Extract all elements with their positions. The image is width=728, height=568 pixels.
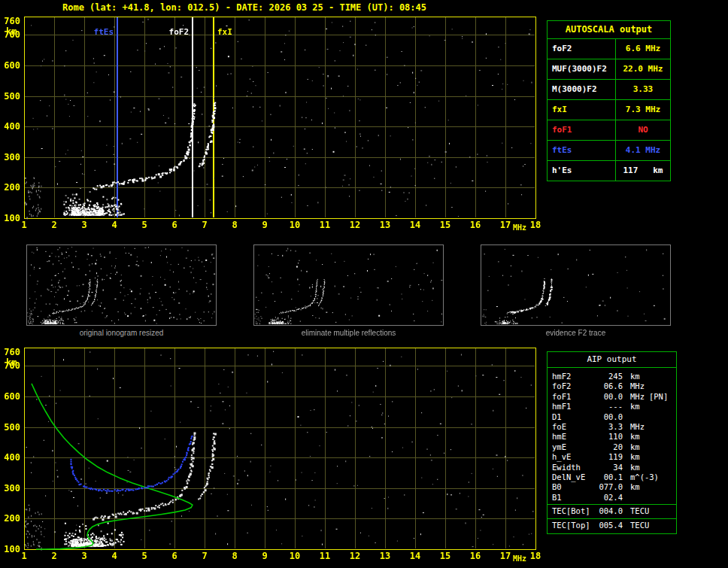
- aip-cell-l: DelN_vE: [552, 472, 594, 482]
- aip-cell-u: km: [623, 463, 640, 472]
- aip-row-TEC[Top]: TEC[Top]005.4TECU: [548, 518, 676, 530]
- aip-row-hmF1: hmF1---km: [548, 402, 676, 412]
- autoscala-row-label: foF2: [548, 39, 616, 59]
- autoscala-row-label: MUF(3000)F2: [548, 59, 616, 79]
- aip-row-B1: B102.4: [548, 493, 676, 503]
- aip-cell-v: 34: [594, 463, 623, 472]
- aip-cell-u: km: [623, 402, 640, 412]
- aip-row-foF2: foF206.6MHz: [548, 381, 676, 391]
- autoscala-row-value: NO: [616, 120, 670, 140]
- aip-cell-u: m^(-3): [623, 472, 659, 482]
- aip-cell-u: km: [623, 452, 640, 462]
- autoscala-row-value: 117 km: [616, 161, 670, 181]
- autoscala-row-value: 4.1 MHz: [616, 141, 670, 160]
- aip-cell-n: [640, 372, 645, 381]
- aip-cell-v: 20: [594, 442, 623, 452]
- aip-row-hmE: hmE110km: [548, 432, 676, 442]
- aip-cell-v: 02.4: [594, 493, 623, 503]
- autoscala-row-label: M(3000)F2: [548, 80, 616, 99]
- autoscala-row-value: 22.0 MHz: [616, 59, 670, 79]
- autoscala-row-label: fxI: [548, 100, 616, 120]
- aip-cell-n: [630, 493, 635, 503]
- aip-cell-u: km: [623, 432, 640, 442]
- autoscala-row-value: 7.3 MHz: [616, 100, 670, 120]
- autoscala-row-label: h'Es: [548, 161, 616, 181]
- aip-cell-v: 00.0: [594, 392, 623, 402]
- autoscala-row-fxI: fxI7.3 MHz: [548, 100, 670, 120]
- aip-cell-l: B1: [552, 493, 594, 503]
- autoscala-table: AUTOSCALA output foF26.6 MHzMUF(3000)F22…: [547, 20, 671, 181]
- thumbnail-original-ionogram: [26, 245, 217, 326]
- aip-cell-v: 119: [594, 452, 623, 462]
- aip-cell-n: [645, 422, 649, 432]
- aip-cell-u: km: [623, 442, 640, 452]
- aip-cell-u: MHz: [623, 381, 645, 391]
- aip-cell-n: [640, 432, 645, 442]
- aip-cell-u: MHz: [623, 422, 645, 432]
- aip-header: AIP output: [548, 352, 676, 368]
- aip-cell-v: 00.1: [594, 472, 623, 482]
- aip-cell-l: foF2: [552, 381, 594, 391]
- aip-row-D1: D100.0: [548, 412, 676, 422]
- aip-row-foE: foE3.3MHz: [548, 422, 676, 432]
- aip-cell-l: D1: [552, 412, 594, 422]
- aip-row-DelN_vE: DelN_vE00.1m^(-3): [548, 472, 676, 482]
- caption-original-ionogram: original ionogram resized: [26, 329, 217, 337]
- autoscala-screen: Rome (lat: +41.8, lon: 012.5) - DATE: 20…: [0, 0, 728, 568]
- aip-cell-v: 00.0: [594, 412, 623, 422]
- aip-cell-v: 004.0: [594, 506, 623, 516]
- caption-f2-trace: evidence F2 trace: [481, 329, 671, 337]
- aip-row-ymE: ymE20km: [548, 442, 676, 452]
- autoscala-row-label: ftEs: [548, 141, 616, 160]
- aip-cell-u: TECU: [623, 521, 649, 530]
- autoscala-row-h'Es: h'Es117 km: [548, 161, 670, 181]
- aip-cell-l: hmE: [552, 432, 594, 442]
- aip-row-h_vE: h_vE119km: [548, 452, 676, 462]
- aip-cell-n: [640, 452, 645, 462]
- caption-reflections-removed: eliminate multiple reflections: [253, 329, 444, 337]
- aip-cell-l: foF1: [552, 392, 594, 402]
- aip-cell-v: 110: [594, 432, 623, 442]
- aip-cell-u: [623, 412, 630, 422]
- aip-rows: hmF2245kmfoF206.6MHzfoF100.0MHz[PN]hmF1-…: [548, 372, 676, 530]
- aip-cell-u: MHz: [623, 392, 645, 402]
- aip-cell-u: km: [623, 482, 640, 492]
- aip-cell-n: [PN]: [645, 392, 668, 402]
- aip-cell-l: TEC[Top]: [552, 521, 594, 530]
- autoscala-row-M(3000)F2: M(3000)F23.33: [548, 80, 670, 100]
- aip-cell-n: [649, 521, 654, 530]
- thumbnail-reflections-removed: [253, 245, 444, 326]
- aip-cell-n: [630, 412, 635, 422]
- aip-row-foF1: foF100.0MHz[PN]: [548, 392, 676, 402]
- autoscala-row-MUF(3000)F2: MUF(3000)F222.0 MHz: [548, 59, 670, 80]
- aip-cell-u: TECU: [623, 506, 649, 516]
- aip-cell-n: [659, 472, 663, 482]
- aip-cell-n: [640, 442, 645, 452]
- aip-cell-v: 245: [594, 372, 623, 381]
- aip-cell-u: km: [623, 372, 640, 381]
- aip-cell-l: Ewidth: [552, 463, 594, 472]
- autoscala-row-ftEs: ftEs4.1 MHz: [548, 141, 670, 161]
- aip-row-B0: B0077.0km: [548, 482, 676, 492]
- autoscala-row-foF1: foF1NO: [548, 120, 670, 141]
- aip-row-TEC[Bot]: TEC[Bot]004.0TECU: [548, 504, 676, 516]
- aip-table: AIP output hmF2245kmfoF206.6MHzfoF100.0M…: [547, 351, 677, 534]
- autoscala-row-value: 6.6 MHz: [616, 39, 670, 59]
- aip-cell-l: TEC[Bot]: [552, 506, 594, 516]
- main-ionogram-plot: [0, 11, 549, 245]
- autoscala-rows: foF26.6 MHzMUF(3000)F222.0 MHzM(3000)F23…: [548, 39, 670, 181]
- aip-cell-n: [640, 402, 645, 412]
- autoscala-row-value: 3.33: [616, 80, 670, 99]
- aip-cell-l: foE: [552, 422, 594, 432]
- aip-cell-n: [640, 463, 645, 472]
- autoscala-row-label: foF1: [548, 120, 616, 140]
- aip-cell-l: hmF1: [552, 402, 594, 412]
- aip-cell-l: hmF2: [552, 372, 594, 381]
- aip-row-Ewidth: Ewidth34km: [548, 463, 676, 472]
- aip-ionogram-plot: [0, 340, 549, 568]
- aip-cell-v: 077.0: [594, 482, 623, 492]
- aip-cell-v: 3.3: [594, 422, 623, 432]
- aip-cell-l: B0: [552, 482, 594, 492]
- aip-cell-n: [640, 482, 645, 492]
- aip-cell-n: [645, 381, 649, 391]
